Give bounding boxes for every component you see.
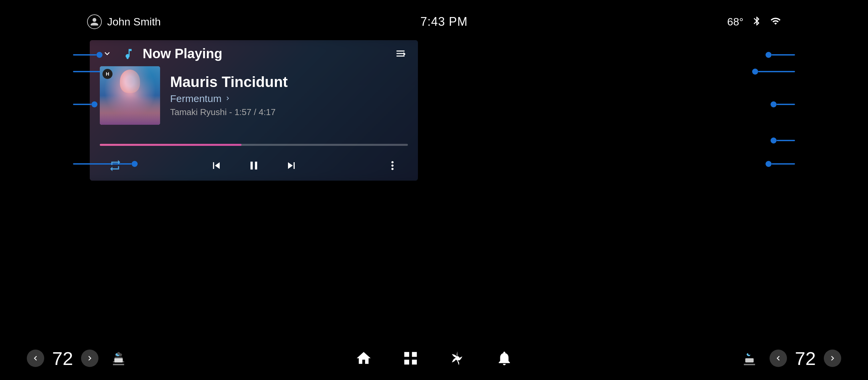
left-heated-seat-button[interactable] (108, 348, 129, 368)
left-temp-increase-button[interactable] (81, 350, 98, 367)
right-slider-5[interactable] (766, 161, 795, 167)
repeat-button[interactable] (106, 157, 124, 174)
home-button[interactable] (353, 348, 374, 368)
left-temp-value: 72 (48, 348, 78, 369)
more-button[interactable] (384, 157, 401, 174)
controls-center (208, 157, 300, 174)
progress-section[interactable] (100, 144, 408, 146)
headphone-badge: H (102, 69, 113, 79)
next-button[interactable] (283, 157, 300, 174)
right-slider-4[interactable] (771, 137, 795, 143)
right-temp-control-group: 72 (770, 348, 841, 369)
song-title: Mauris Tincidunt (170, 74, 408, 90)
right-temp-increase-button[interactable] (824, 350, 841, 367)
bottom-bar: 72 (0, 337, 868, 380)
main-panel: Now Playing H Mauris Tincidunt Fermentum… (90, 40, 418, 181)
controls-bar (90, 150, 418, 181)
panel-title: Now Playing (143, 46, 222, 61)
progress-fill (100, 144, 242, 146)
bluetooth-icon (751, 16, 762, 28)
notification-button[interactable] (494, 348, 515, 368)
user-icon (87, 14, 102, 29)
left-temp-control: 72 (0, 348, 155, 369)
grid-button[interactable] (401, 348, 421, 368)
status-left: John Smith (87, 14, 161, 29)
panel-header: Now Playing (90, 40, 418, 67)
previous-button[interactable] (208, 157, 225, 174)
song-area: H Mauris Tincidunt Fermentum Tamaki Ryus… (90, 66, 418, 125)
right-slider-3[interactable] (771, 101, 795, 107)
status-time: 7:43 PM (420, 15, 467, 29)
song-album-text: Fermentum (170, 93, 221, 104)
progress-track[interactable] (100, 144, 408, 146)
status-temp: 68° (727, 16, 743, 28)
svg-rect-1 (115, 358, 123, 362)
controls-right (384, 157, 401, 174)
status-bar: John Smith 7:43 PM 68° (0, 0, 868, 43)
album-art: H (100, 66, 160, 125)
status-username: John Smith (107, 16, 161, 28)
right-temp-control: 72 (713, 348, 868, 369)
left-temp-decrease-button[interactable] (27, 350, 44, 367)
fan-button[interactable] (447, 348, 467, 368)
queue-icon[interactable] (393, 46, 408, 61)
panel-header-left: Now Playing (100, 46, 222, 61)
song-info: Mauris Tincidunt Fermentum Tamaki Ryushi… (170, 74, 408, 117)
right-temp-value: 72 (790, 348, 820, 369)
status-right: 68° (727, 16, 781, 28)
right-temp-decrease-button[interactable] (770, 350, 787, 367)
chevron-down-button[interactable] (100, 46, 115, 61)
svg-rect-2 (745, 358, 754, 362)
song-album[interactable]: Fermentum (170, 93, 408, 104)
right-slider-1[interactable] (766, 52, 795, 58)
signal-icon (770, 16, 781, 28)
song-meta: Tamaki Ryushi - 1:57 / 4:17 (170, 107, 408, 117)
left-temp-control-group: 72 (27, 348, 98, 369)
right-heated-seat-button[interactable] (739, 348, 760, 368)
pause-button[interactable] (245, 157, 262, 174)
right-slider-2[interactable] (752, 69, 795, 75)
bottom-center-icons (155, 348, 713, 368)
controls-left (106, 157, 124, 174)
music-note-icon (121, 46, 136, 61)
song-album-chevron-icon (224, 93, 231, 104)
